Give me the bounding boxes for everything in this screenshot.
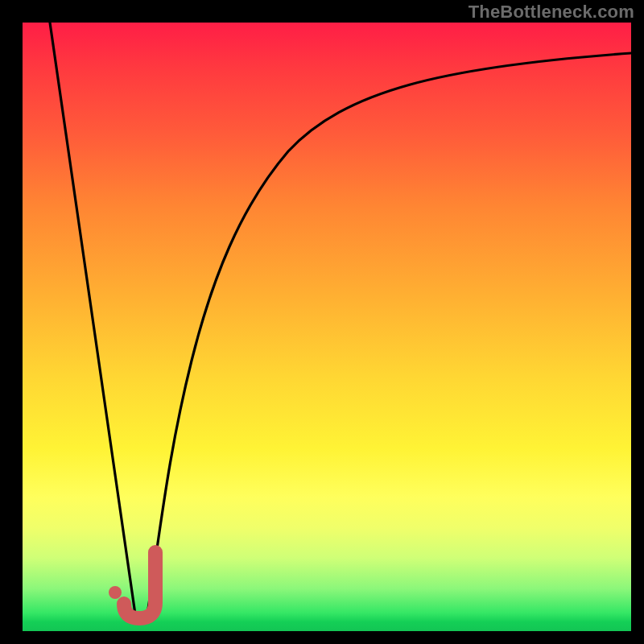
dot-marker (109, 586, 122, 599)
plot-area (23, 23, 631, 631)
chart-container: TheBottleneck.com (0, 0, 644, 644)
descent-curve (50, 23, 135, 614)
curve-layer (23, 23, 631, 631)
j-marker (124, 552, 155, 618)
attribution-text: TheBottleneck.com (469, 2, 634, 23)
rise-curve (147, 53, 631, 614)
